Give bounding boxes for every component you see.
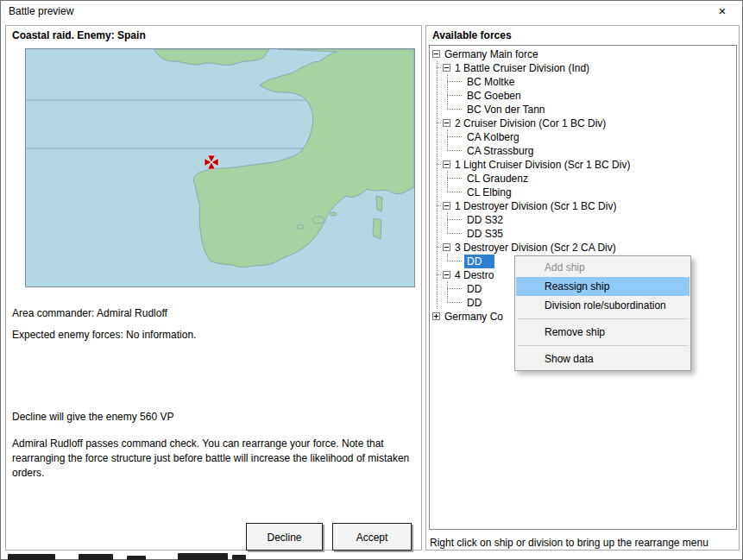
tree-item-dd-s35[interactable]: DD S35 xyxy=(431,227,736,241)
tree-item-label[interactable]: DD xyxy=(464,296,483,310)
tree-connector xyxy=(431,255,442,268)
tree-item-label[interactable]: DD xyxy=(464,255,494,268)
battle-header: Coastal raid. Enemy: Spain xyxy=(12,29,146,41)
tree-connector xyxy=(452,255,464,268)
tree-connector xyxy=(442,158,452,172)
tree-item-label[interactable]: 4 Destro xyxy=(452,268,495,282)
tree-connector xyxy=(442,116,452,130)
tree-connector xyxy=(442,282,452,296)
expand-icon[interactable] xyxy=(432,312,440,320)
tree-item-bc-goeben[interactable]: BC Goeben xyxy=(431,89,736,103)
tree-connector xyxy=(442,296,452,310)
collapse-icon[interactable] xyxy=(443,64,450,72)
close-icon[interactable]: × xyxy=(702,1,742,22)
tree-connector xyxy=(442,130,452,144)
obscured-text-fragment xyxy=(8,554,55,560)
tree-connector xyxy=(431,241,442,255)
tree-connector xyxy=(431,199,442,213)
accept-button[interactable]: Accept xyxy=(332,523,412,551)
menu-item-remove-ship[interactable]: Remove ship xyxy=(516,323,689,342)
tree-connector xyxy=(442,103,452,116)
tree-item-label[interactable]: 1 Light Cruiser Division (Scr 1 BC Div) xyxy=(452,158,632,172)
tree-item-label[interactable]: 2 Cruiser Division (Cor 1 BC Div) xyxy=(452,116,608,130)
menu-item-division-role-subordination[interactable]: Division role/subordination xyxy=(516,296,689,315)
collapse-icon[interactable] xyxy=(443,243,450,251)
tree-connector xyxy=(431,75,442,89)
tree-item-label[interactable]: CL Elbing xyxy=(464,186,513,199)
tree-item-bc-von-der-tann[interactable]: BC Von der Tann xyxy=(431,103,736,116)
tree-item-dd-s32[interactable]: DD S32 xyxy=(431,213,736,227)
tree-item-label[interactable]: BC Moltke xyxy=(464,75,516,89)
tree-connector xyxy=(431,158,442,172)
collapse-icon[interactable] xyxy=(443,202,450,210)
tree-item-label[interactable]: BC Von der Tann xyxy=(464,103,547,116)
tree-connector xyxy=(442,144,452,158)
tree-item-label[interactable]: 1 Battle Cruiser Division (Ind) xyxy=(452,61,591,75)
available-forces-header: Available forces xyxy=(432,29,512,41)
tree-connector xyxy=(431,61,442,75)
tree-item-2-cruiser-division-cor-1-bc-div[interactable]: 2 Cruiser Division (Cor 1 BC Div) xyxy=(431,116,736,130)
obscured-text-fragment xyxy=(127,556,146,560)
tree-connector xyxy=(431,186,442,199)
tree-connector xyxy=(452,75,464,89)
tree-connector xyxy=(431,296,442,310)
tree-item-label[interactable]: DD S32 xyxy=(464,213,505,227)
tree-connector xyxy=(452,130,464,144)
decline-button[interactable]: Decline xyxy=(246,523,323,551)
menu-item-reassign-ship[interactable]: Reassign ship xyxy=(516,277,689,296)
tree-connector xyxy=(442,268,452,282)
collapse-icon[interactable] xyxy=(443,160,450,168)
tree-item-label[interactable]: Germany Co xyxy=(442,310,505,324)
tree-connector xyxy=(431,130,442,144)
tree-item-1-destroyer-division-scr-1-bc-div[interactable]: 1 Destroyer Division (Scr 1 BC Div) xyxy=(431,199,736,213)
tree-item-ca-strassburg[interactable]: CA Strassburg xyxy=(431,144,736,158)
tree-item-bc-moltke[interactable]: BC Moltke xyxy=(431,75,736,89)
tree-connector xyxy=(452,144,464,158)
menu-separator xyxy=(518,318,688,319)
tree-connector xyxy=(431,310,442,324)
battle-map xyxy=(25,48,415,287)
tree-connector xyxy=(431,103,442,116)
tree-item-label[interactable]: 3 Destroyer Division (Scr 2 CA Div) xyxy=(452,241,618,255)
battle-info-panel: Coastal raid. Enemy: Spain Area commande… xyxy=(5,25,422,551)
map-island-ibiza xyxy=(297,225,304,230)
tree-connector xyxy=(442,227,452,241)
tree-connector xyxy=(442,241,452,255)
tree-item-label[interactable]: CA Kolberg xyxy=(464,130,521,144)
tree-item-label[interactable]: Germany Main force xyxy=(442,47,540,61)
tree-item-cl-graudenz[interactable]: CL Graudenz xyxy=(431,172,736,186)
tree-connector xyxy=(431,268,442,282)
tree-item-label[interactable]: DD S35 xyxy=(464,227,505,241)
menu-item-show-data[interactable]: Show data xyxy=(516,349,689,368)
tree-item-germany-main-force[interactable]: Germany Main force xyxy=(431,47,736,61)
tree-connector xyxy=(452,213,464,227)
obscured-text-fragment xyxy=(178,553,228,560)
tree-item-label[interactable]: DD xyxy=(464,282,483,296)
map-island-majorca xyxy=(312,217,324,223)
context-menu: Add shipReassign shipDivision role/subor… xyxy=(514,255,691,371)
title-bar: Battle preview × xyxy=(1,1,742,22)
collapse-icon[interactable] xyxy=(443,271,450,279)
decline-vp-text: Decline will give the enemy 560 VP xyxy=(12,411,173,423)
command-check-text: Admiral Rudloff passes command check. Yo… xyxy=(12,437,419,480)
tree-item-cl-elbing[interactable]: CL Elbing xyxy=(431,186,736,199)
tree-connector xyxy=(442,199,452,213)
tree-item-label[interactable]: CL Graudenz xyxy=(464,172,530,186)
tree-item-3-destroyer-division-scr-2-ca-div[interactable]: 3 Destroyer Division (Scr 2 CA Div) xyxy=(431,241,736,255)
tree-connector xyxy=(431,227,442,241)
tree-item-label[interactable]: 1 Destroyer Division (Scr 1 BC Div) xyxy=(452,199,618,213)
tree-item-1-light-cruiser-division-scr-1-bc-div[interactable]: 1 Light Cruiser Division (Scr 1 BC Div) xyxy=(431,158,736,172)
tree-item-label[interactable]: CA Strassburg xyxy=(464,144,535,158)
tree-item-label[interactable]: BC Goeben xyxy=(464,89,523,103)
tree-connector xyxy=(452,186,464,199)
collapse-icon[interactable] xyxy=(432,50,440,58)
map-island-sardinia xyxy=(373,218,381,239)
battle-preview-dialog: Battle preview × Coastal raid. Enemy: Sp… xyxy=(0,0,743,560)
tree-item-1-battle-cruiser-division-ind[interactable]: 1 Battle Cruiser Division (Ind) xyxy=(431,61,736,75)
collapse-icon[interactable] xyxy=(443,119,450,127)
rearrange-hint-text: Right click on ship or division to bring… xyxy=(430,537,708,549)
map-island-minorca xyxy=(330,212,337,216)
tree-item-ca-kolberg[interactable]: CA Kolberg xyxy=(431,130,736,144)
tree-connector xyxy=(442,61,452,75)
area-commander-text: Area commander: Admiral Rudloff xyxy=(12,307,167,319)
